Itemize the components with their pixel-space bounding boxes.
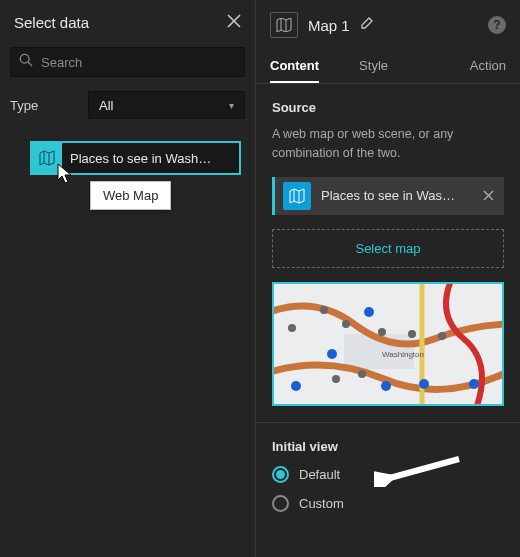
edit-title-icon[interactable] [360,16,374,34]
tabs: Content Style Action [256,50,520,84]
tooltip: Web Map [90,181,171,210]
tab-action[interactable]: Action [470,50,506,83]
svg-point-17 [438,332,446,340]
tab-content[interactable]: Content [270,50,319,83]
initial-view-title: Initial view [272,439,504,454]
type-select[interactable]: All ▾ [88,91,245,119]
map-icon [32,143,62,173]
data-item-card[interactable]: Places to see in Wash… [30,141,241,175]
radio-icon [272,495,289,512]
svg-point-12 [288,324,296,332]
source-title: Source [272,100,504,115]
search-icon [19,53,33,71]
svg-point-9 [381,381,391,391]
svg-point-16 [408,330,416,338]
svg-point-14 [342,320,350,328]
remove-map-icon[interactable] [473,187,494,204]
radio-custom-label: Custom [299,496,344,511]
svg-point-13 [320,306,328,314]
map-preview[interactable]: Washington [272,282,504,406]
selected-map-chip[interactable]: Places to see in Was… [272,177,504,215]
data-item-label: Places to see in Wash… [62,151,239,166]
source-desc: A web map or web scene, or any combinati… [272,125,504,163]
config-panel: Map 1 ? Content Style Action Source A we… [256,0,520,557]
close-icon[interactable] [227,12,241,33]
selected-map-label: Places to see in Was… [321,188,473,203]
svg-point-10 [419,379,429,389]
svg-point-11 [469,379,479,389]
svg-point-0 [20,54,29,63]
type-label: Type [10,98,70,113]
select-data-panel: Select data Type All ▾ Places to s [0,0,256,557]
search-input[interactable] [41,55,236,70]
radio-default[interactable]: Default [272,466,504,483]
svg-point-8 [364,307,374,317]
source-section: Source A web map or web scene, or any co… [256,84,520,423]
widget-title: Map 1 [308,17,350,34]
help-icon[interactable]: ? [488,16,506,34]
radio-custom[interactable]: Custom [272,495,504,512]
svg-point-19 [358,370,366,378]
svg-point-18 [332,375,340,383]
radio-icon [272,466,289,483]
tab-style[interactable]: Style [359,50,388,83]
svg-point-6 [291,381,301,391]
initial-view-section: Initial view Default Custom [256,423,520,528]
panel-title: Select data [14,14,89,31]
svg-point-15 [378,328,386,336]
widget-map-icon [270,12,298,38]
map-icon [283,182,311,210]
search-input-wrap[interactable] [10,47,245,77]
svg-line-1 [28,62,32,66]
svg-text:Washington: Washington [382,350,424,359]
type-select-value: All [99,98,113,113]
radio-default-label: Default [299,467,340,482]
svg-point-7 [327,349,337,359]
chevron-down-icon: ▾ [229,100,234,111]
select-map-button[interactable]: Select map [272,229,504,268]
